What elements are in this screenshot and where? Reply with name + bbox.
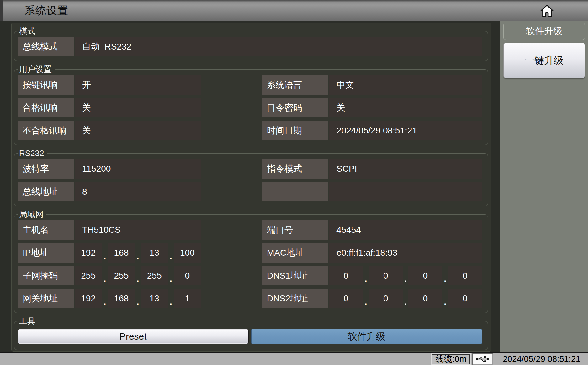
dns1-octet[interactable]: 0 <box>329 266 363 285</box>
ip-dot: . <box>403 289 408 308</box>
sidebar-header: 软件升级 <box>503 23 585 40</box>
statusbar-datetime: 2024/05/29 08:51:21 <box>503 354 580 364</box>
ip-dot: . <box>363 289 369 308</box>
statusbar: 线缆:0m 2024/05/29 08:51:21 <box>0 352 588 365</box>
port-row: 端口号 45454 <box>262 220 482 240</box>
one-key-upgrade-button[interactable]: 一键升级 <box>503 43 585 78</box>
port-label: 端口号 <box>262 220 328 240</box>
dns2-octet[interactable]: 0 <box>448 289 482 308</box>
gateway-octet[interactable]: 192 <box>75 289 102 308</box>
ip-address-octet[interactable]: 168 <box>108 243 135 263</box>
dns1-label: DNS1地址 <box>262 266 328 285</box>
gateway-row: 网关地址 192 . 168 . 13 . 1 <box>18 289 201 308</box>
command-mode-value[interactable]: SCPI <box>329 159 482 179</box>
command-mode-label: 指令模式 <box>262 159 328 179</box>
ip-address-label: IP地址 <box>18 243 74 263</box>
baud-rate-label: 波特率 <box>18 159 74 179</box>
password-label: 口令密码 <box>262 98 328 117</box>
ip-dot: . <box>135 243 141 263</box>
pass-beep-row: 合格讯响 关 <box>18 98 201 117</box>
page-title: 系统设置 <box>24 3 68 18</box>
key-beep-label: 按键讯响 <box>18 75 74 95</box>
section-rs232: RS232 波特率 115200 总线地址 8 指令模式 SCPI <box>14 153 488 206</box>
dns2-octet[interactable]: 0 <box>408 289 442 308</box>
section-rs232-legend: RS232 <box>18 148 47 158</box>
ip-dot: . <box>102 243 108 263</box>
subnet-mask-octet[interactable]: 255 <box>141 266 168 285</box>
usb-indicator <box>473 354 493 365</box>
subnet-mask-octet[interactable]: 0 <box>174 266 201 285</box>
section-user-settings-legend: 用户设置 <box>18 64 55 74</box>
bus-mode-value[interactable]: 自动_RS232 <box>75 37 482 56</box>
key-beep-value[interactable]: 开 <box>75 75 201 95</box>
hostname-label: 主机名 <box>18 220 74 240</box>
mac-label: MAC地址 <box>262 243 328 263</box>
content-area: 模式 总线模式 自动_RS232 用户设置 按键讯响 开 合格讯响 关 <box>0 21 588 352</box>
mac-row: MAC地址 e0:ff:f1:af:18:93 <box>262 243 482 263</box>
language-row: 系统语言 中文 <box>262 75 482 95</box>
baud-rate-value[interactable]: 115200 <box>75 159 201 179</box>
hostname-row: 主机名 TH510CS <box>18 220 201 240</box>
ip-dot: . <box>135 266 141 285</box>
dns1-octet[interactable]: 0 <box>408 266 442 285</box>
ip-dot: . <box>168 243 174 263</box>
mac-value: e0:ff:f1:af:18:93 <box>329 243 482 263</box>
fail-beep-value[interactable]: 关 <box>75 121 201 140</box>
language-label: 系统语言 <box>262 75 328 95</box>
subnet-mask-octet[interactable]: 255 <box>75 266 102 285</box>
key-beep-row: 按键讯响 开 <box>18 75 201 95</box>
bus-address-label: 总线地址 <box>18 182 74 201</box>
ip-address-octet[interactable]: 100 <box>174 243 201 263</box>
gateway-label: 网关地址 <box>18 289 74 308</box>
home-icon <box>540 3 554 19</box>
empty-row <box>262 182 482 201</box>
dns2-octet[interactable]: 0 <box>369 289 403 308</box>
section-user-settings: 用户设置 按键讯响 开 合格讯响 关 不合格讯响 关 <box>14 69 488 145</box>
ip-dot: . <box>135 289 141 308</box>
pass-beep-value[interactable]: 关 <box>75 98 201 117</box>
ip-dot: . <box>102 289 108 308</box>
dns2-octet[interactable]: 0 <box>329 289 363 308</box>
bus-mode-label: 总线模式 <box>18 37 74 56</box>
softkey-sidebar: 软件升级 一键升级 <box>500 21 588 352</box>
ip-address-row: IP地址 192 . 168 . 13 . 100 <box>18 243 201 263</box>
dns1-octet[interactable]: 0 <box>369 266 403 285</box>
preset-button[interactable]: Preset <box>18 329 249 344</box>
subnet-mask-row: 子网掩码 255 . 255 . 255 . 0 <box>18 266 201 285</box>
ip-dot: . <box>442 289 448 308</box>
gateway-octet[interactable]: 168 <box>108 289 135 308</box>
port-value[interactable]: 45454 <box>329 220 482 240</box>
ip-address-octet[interactable]: 192 <box>75 243 102 263</box>
hostname-value[interactable]: TH510CS <box>75 220 201 240</box>
gateway-octet[interactable]: 13 <box>141 289 168 308</box>
datetime-value[interactable]: 2024/05/29 08:51:21 <box>329 121 482 140</box>
fail-beep-row: 不合格讯响 关 <box>18 121 201 140</box>
titlebar: 系统设置 <box>0 0 588 21</box>
subnet-mask-label: 子网掩码 <box>18 266 74 285</box>
section-lan: 局域网 主机名 TH510CS IP地址 192 . 168 . <box>14 214 488 313</box>
ip-dot: . <box>168 289 174 308</box>
language-value[interactable]: 中文 <box>329 75 482 95</box>
ip-dot: . <box>102 266 108 285</box>
gateway-octet[interactable]: 1 <box>174 289 201 308</box>
bus-address-value[interactable]: 8 <box>75 182 201 201</box>
ip-dot: . <box>442 266 448 285</box>
home-button[interactable] <box>538 2 556 20</box>
ip-address-octet[interactable]: 13 <box>141 243 168 263</box>
command-mode-row: 指令模式 SCPI <box>262 159 482 179</box>
datetime-row: 时间日期 2024/05/29 08:51:21 <box>262 121 482 140</box>
subnet-mask-octet[interactable]: 255 <box>108 266 135 285</box>
bus-mode-row: 总线模式 自动_RS232 <box>18 37 482 56</box>
bus-address-row: 总线地址 8 <box>18 182 201 201</box>
datetime-label: 时间日期 <box>262 121 328 140</box>
section-mode: 模式 总线模式 自动_RS232 <box>14 31 488 61</box>
section-lan-legend: 局域网 <box>18 209 46 219</box>
ip-dot: . <box>168 266 174 285</box>
pass-beep-label: 合格讯响 <box>18 98 74 117</box>
dns2-label: DNS2地址 <box>262 289 328 308</box>
dns1-octet[interactable]: 0 <box>448 266 482 285</box>
password-value[interactable]: 关 <box>329 98 482 117</box>
empty-label <box>262 182 328 201</box>
software-upgrade-button[interactable]: 软件升级 <box>251 329 482 344</box>
empty-value <box>329 182 482 201</box>
